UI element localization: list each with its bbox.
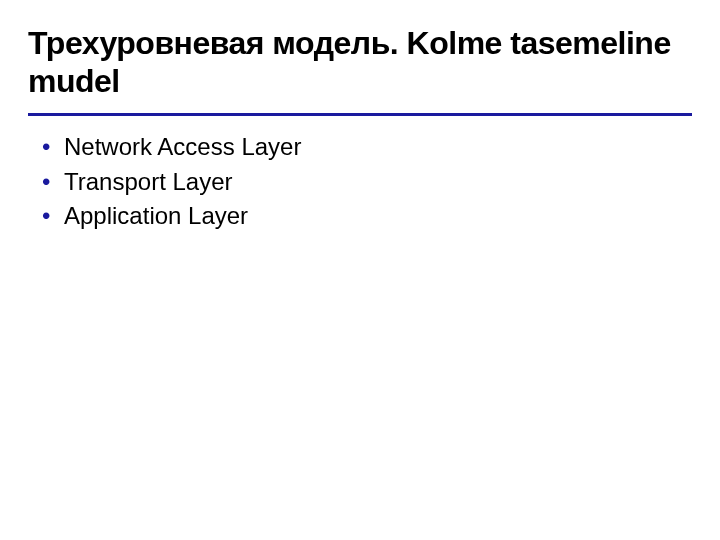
list-item: Network Access Layer <box>42 130 692 165</box>
list-item: Application Layer <box>42 199 692 234</box>
list-item: Transport Layer <box>42 165 692 200</box>
bullet-list: Network Access Layer Transport Layer App… <box>28 130 692 234</box>
title-underline <box>28 113 692 116</box>
slide-title: Трехуровневая модель. Kolme tasemeline m… <box>28 24 692 101</box>
